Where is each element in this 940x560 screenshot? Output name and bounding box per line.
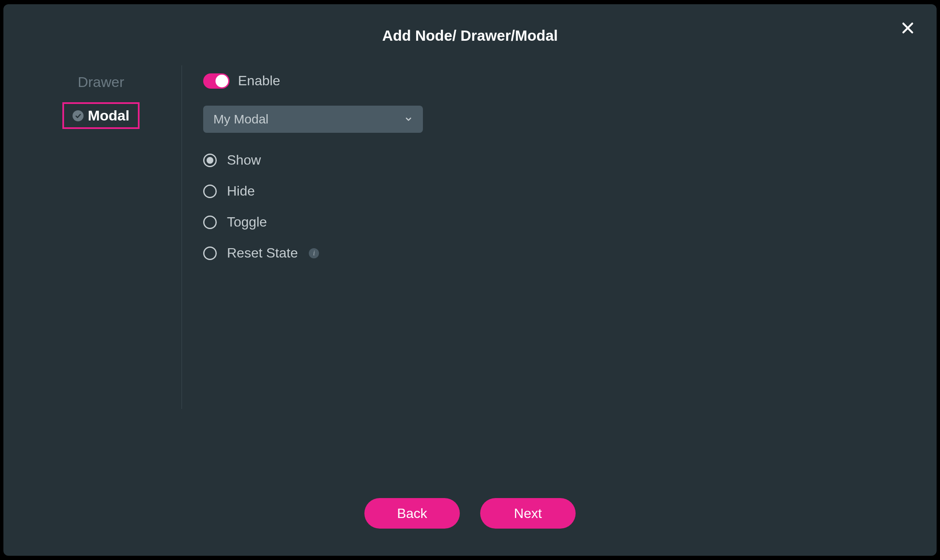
radio-indicator bbox=[203, 246, 217, 260]
radio-option-hide[interactable]: Hide bbox=[203, 183, 920, 199]
radio-option-reset-state[interactable]: Reset State i bbox=[203, 245, 920, 261]
content-area: Enable My Modal Show Hide bbox=[182, 57, 920, 485]
check-circle-icon bbox=[73, 110, 84, 121]
radio-option-toggle[interactable]: Toggle bbox=[203, 214, 920, 230]
radio-label: Show bbox=[227, 152, 261, 168]
radio-option-show[interactable]: Show bbox=[203, 152, 920, 168]
enable-toggle[interactable] bbox=[203, 73, 229, 89]
close-button[interactable] bbox=[899, 20, 916, 36]
action-radio-group: Show Hide Toggle Reset State i bbox=[203, 152, 920, 261]
radio-indicator bbox=[203, 185, 217, 198]
toggle-knob bbox=[215, 75, 228, 87]
modal-title: Add Node/ Drawer/Modal bbox=[3, 4, 937, 57]
modal-select-dropdown[interactable]: My Modal bbox=[203, 106, 423, 133]
sidebar-item-modal[interactable]: Modal bbox=[62, 102, 140, 129]
radio-label: Hide bbox=[227, 183, 255, 199]
sidebar-item-drawer[interactable]: Drawer bbox=[78, 74, 124, 90]
modal-footer: Back Next bbox=[3, 485, 937, 556]
radio-label: Toggle bbox=[227, 214, 267, 230]
info-icon[interactable]: i bbox=[309, 248, 319, 258]
modal-body: Drawer Modal Enable My Modal bbox=[3, 57, 937, 485]
back-button[interactable]: Back bbox=[364, 498, 460, 529]
close-icon bbox=[900, 20, 915, 36]
dropdown-selected-value: My Modal bbox=[213, 112, 269, 126]
radio-indicator bbox=[203, 154, 217, 167]
modal-dialog: Add Node/ Drawer/Modal Drawer Modal Enab… bbox=[3, 4, 937, 556]
radio-label: Reset State bbox=[227, 245, 298, 261]
radio-indicator bbox=[203, 216, 217, 229]
enable-label: Enable bbox=[238, 73, 280, 89]
chevron-down-icon bbox=[404, 115, 413, 123]
sidebar: Drawer Modal bbox=[20, 57, 182, 485]
sidebar-item-label: Modal bbox=[88, 107, 129, 124]
enable-toggle-row: Enable bbox=[203, 73, 920, 89]
next-button[interactable]: Next bbox=[480, 498, 576, 529]
